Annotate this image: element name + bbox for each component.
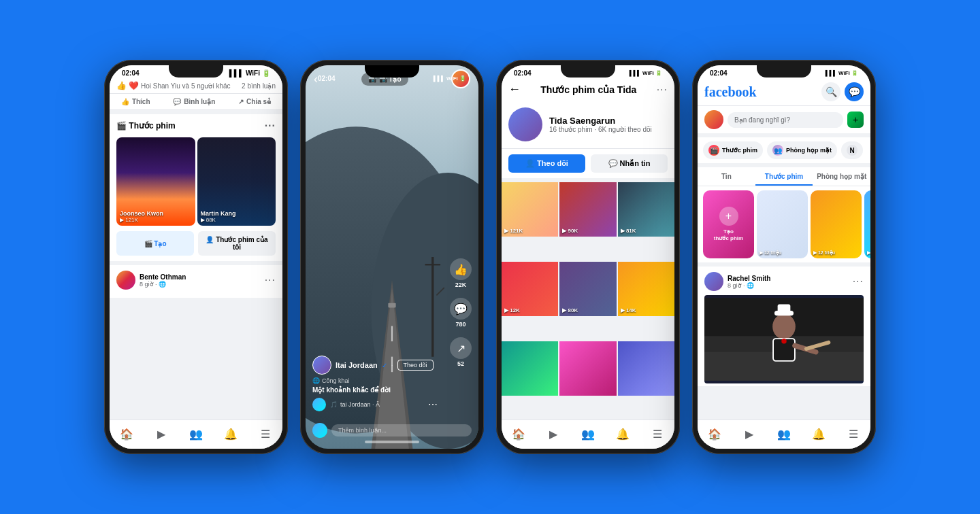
status-icons-1: ▌▌▌ WiFi 🔋	[229, 69, 270, 77]
p3-follow-btn[interactable]: 👤 Theo dõi	[508, 154, 585, 173]
p1-post: Bente Othman 8 giờ · 🌐	[110, 265, 282, 298]
create-reel-btn[interactable]: 🎬 Tạo	[116, 231, 194, 256]
svg-point-12	[772, 314, 796, 339]
p2-comment-row: 🎵 tai Jordaan · Â ⋯	[312, 398, 438, 411]
shortcut-reels[interactable]: 🎬 Thước phim	[703, 141, 763, 159]
nav-reels-1[interactable]: ▶	[153, 426, 169, 442]
p4-post: Rachel Smith 8 giờ · 🌐	[698, 267, 870, 386]
comment-input-p2[interactable]: Thêm bình luận...	[331, 424, 472, 436]
grid-item-7[interactable]	[559, 341, 616, 396]
p4-whats-on-mind[interactable]: Bạn đang nghĩ gì?	[728, 112, 843, 128]
nav-notif-4[interactable]: 🔔	[811, 426, 827, 442]
nav-notif-1[interactable]: 🔔	[223, 426, 239, 442]
status-bar-2: 02:04 ▌▌▌ WiFi 🔋	[306, 71, 478, 84]
svg-rect-14	[778, 305, 791, 313]
phones-container: 02:04 ▌▌▌ WiFi 🔋 👍 ❤️ Hoi Shan Yiu và 5 …	[104, 60, 876, 454]
grid-item-2[interactable]: ▶ 81K	[618, 182, 674, 237]
p4-reel-card-3[interactable]: ▶ 12	[864, 190, 870, 258]
p4-create-story-icon[interactable]: +	[847, 112, 864, 128]
chef-scene-svg	[704, 295, 864, 383]
p2-commenter-avatar	[312, 398, 326, 411]
p2-follow-btn[interactable]: Theo dõi	[397, 360, 434, 371]
svg-rect-5	[388, 303, 395, 308]
p2-right-actions: 👍 22K 💬 780 ↗ 52	[450, 258, 472, 367]
p2-caption: Một khoảnh khắc để đời	[312, 386, 438, 394]
p4-shortcuts: 🎬 Thước phim 👥 Phòng họp mặt N	[698, 137, 870, 167]
nav-menu-3[interactable]: ☰	[649, 426, 666, 442]
nav-menu-4[interactable]: ☰	[845, 426, 862, 442]
p2-reel-content: ‹ 📷 📷 Tạo 👍 22K 💬 780	[306, 65, 478, 449]
share-action[interactable]: ↗ 52	[450, 337, 472, 367]
notch-4	[757, 65, 811, 78]
nav-home-1[interactable]: 🏠	[118, 426, 135, 442]
search-icon-btn[interactable]: 🔍	[821, 82, 840, 101]
nav-groups-1[interactable]: 👥	[188, 426, 204, 442]
grid-item-4[interactable]: ▶ 80K	[559, 262, 616, 316]
nav-groups-3[interactable]: 👥	[580, 426, 596, 442]
p4-reel-card-1[interactable]: ▶ 12 triệu	[757, 190, 808, 258]
reel-thumb-2[interactable]: Martin Kang ▶ 88K	[197, 137, 276, 226]
nav-notif-3[interactable]: 🔔	[615, 426, 631, 442]
p1-post-avatar	[116, 271, 135, 290]
p2-reel-user-avatar	[312, 356, 331, 375]
reels-more-icon[interactable]	[265, 120, 276, 132]
p4-topbar: facebook 🔍 💬	[698, 78, 870, 106]
p3-message-btn[interactable]: 💬 Nhắn tin	[591, 154, 668, 173]
screen-1: 02:04 ▌▌▌ WiFi 🔋 👍 ❤️ Hoi Shan Yiu và 5 …	[110, 65, 282, 449]
bottom-nav-4: 🏠 ▶ 👥 🔔 ☰	[698, 419, 870, 449]
post-more-icon[interactable]	[265, 274, 276, 286]
nav-reels-3[interactable]: ▶	[545, 426, 561, 442]
grid-item-1[interactable]: ▶ 90K	[559, 182, 616, 237]
screen-2: 02:04 ▌▌▌ WiFi 🔋	[306, 65, 478, 449]
p3-back-btn[interactable]: ←	[508, 82, 521, 97]
p2-bottom-info: Itai Jordaan ✓ · Theo dõi 🌐 Công khai Mộ…	[312, 356, 438, 411]
nav-groups-4[interactable]: 👥	[776, 426, 792, 442]
p1-actions: 👍 Thích 💬 Bình luận ↗ Chia sẻ	[110, 93, 282, 110]
notch-3	[561, 65, 615, 78]
grid-item-0[interactable]: ▶ 121K	[502, 182, 558, 237]
p4-tabs: Tin Thước phim Phòng họp mặt	[698, 167, 870, 186]
nav-home-3[interactable]: 🏠	[510, 426, 527, 442]
p3-profile-section: Tida Saengarun 16 thước phim · 6K người …	[502, 101, 674, 149]
phone-4: 02:04 ▌▌▌ WiFi 🔋 facebook 🔍 💬 Bạn đang n…	[692, 60, 876, 454]
shortcut-more[interactable]: N	[841, 141, 863, 159]
my-reels-btn[interactable]: 👤 Thước phim của tôi	[198, 231, 276, 256]
bottom-nav-1: 🏠 ▶ 👥 🔔 ☰	[110, 419, 282, 449]
phone-2: 02:04 ▌▌▌ WiFi 🔋	[300, 60, 484, 454]
tab-thuoc-phim[interactable]: Thước phim	[755, 167, 813, 186]
p4-post-image	[704, 295, 864, 383]
share-btn[interactable]: ↗ Chia sẻ	[238, 98, 271, 105]
p4-post-more-icon[interactable]	[853, 275, 864, 288]
grid-item-5[interactable]: ▶ 14K	[618, 262, 674, 316]
notch-1	[169, 65, 223, 78]
comment-action[interactable]: 💬 780	[450, 298, 472, 328]
p3-action-btns: 👤 Theo dõi 💬 Nhắn tin	[502, 149, 674, 182]
tab-tin[interactable]: Tin	[698, 167, 755, 186]
p4-story-input: Bạn đang nghĩ gì? +	[698, 106, 870, 137]
comment-btn[interactable]: 💬 Bình luận	[173, 98, 215, 105]
messenger-icon-btn[interactable]: 💬	[845, 82, 864, 101]
comment-more-icon[interactable]: ⋯	[428, 399, 438, 410]
tab-phong-hop[interactable]: Phòng họp mặt	[813, 167, 870, 186]
like-btn[interactable]: 👍 Thích	[121, 98, 150, 105]
like-action[interactable]: 👍 22K	[450, 258, 472, 288]
nav-reels-4[interactable]: ▶	[741, 426, 757, 442]
grid-item-6[interactable]	[502, 341, 558, 396]
p3-more-icon[interactable]	[657, 84, 668, 96]
p3-reels-grid: ▶ 121K ▶ 90K ▶ 81K ▶ 12K ▶ 80K ▶ 14K	[502, 182, 674, 419]
bottom-nav-3: 🏠 ▶ 👥 🔔 ☰	[502, 419, 674, 449]
reel-thumb-1[interactable]: Joonseo Kwon ▶ 121K	[116, 137, 195, 226]
nav-home-4[interactable]: 🏠	[706, 426, 723, 442]
phone-1: 02:04 ▌▌▌ WiFi 🔋 👍 ❤️ Hoi Shan Yiu và 5 …	[104, 60, 288, 454]
phone-3: 02:04 ▌▌▌ WiFi 🔋 ← Thước phim của Tida T…	[496, 60, 680, 454]
facebook-logo: facebook	[704, 84, 757, 100]
p4-reel-card-2[interactable]: ▶ 12 triệu	[811, 190, 862, 258]
p4-create-reel-card[interactable]: + Tạo thước phim	[703, 190, 754, 258]
shortcut-rooms[interactable]: 👥 Phòng họp mặt	[767, 141, 837, 159]
p1-top-bar: 👍 ❤️ Hoi Shan Yiu và 5 người khác 2 bình…	[110, 78, 282, 93]
grid-item-3[interactable]: ▶ 12K	[502, 262, 558, 316]
screen-4: 02:04 ▌▌▌ WiFi 🔋 facebook 🔍 💬 Bạn đang n…	[698, 65, 870, 449]
nav-menu-1[interactable]: ☰	[257, 426, 274, 442]
reels-section-1: 🎬 Thước phim Joonseo Kwon ▶ 121K	[110, 114, 282, 261]
grid-item-8[interactable]	[618, 341, 674, 396]
